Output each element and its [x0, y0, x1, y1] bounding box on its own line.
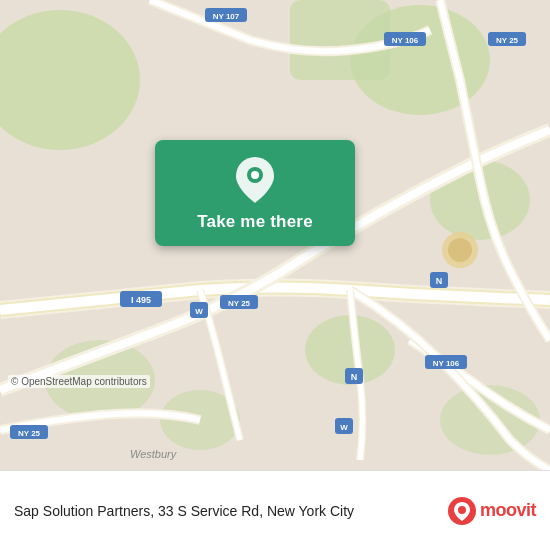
- svg-text:W: W: [195, 307, 203, 316]
- svg-text:NY 25: NY 25: [496, 36, 519, 45]
- svg-text:NY 107: NY 107: [213, 12, 240, 21]
- location-pin-icon: [233, 158, 277, 202]
- svg-text:N: N: [351, 372, 358, 382]
- cta-button-label: Take me there: [197, 212, 313, 232]
- take-me-there-button[interactable]: Take me there: [155, 140, 355, 246]
- svg-point-33: [448, 238, 472, 262]
- svg-text:NY 25: NY 25: [228, 299, 251, 308]
- svg-point-37: [458, 506, 466, 514]
- osm-attribution: © OpenStreetMap contributors: [8, 375, 150, 388]
- svg-text:NY 25: NY 25: [18, 429, 41, 438]
- svg-text:W: W: [340, 423, 348, 432]
- svg-point-35: [251, 171, 259, 179]
- svg-text:NY 106: NY 106: [433, 359, 460, 368]
- svg-rect-4: [290, 0, 390, 80]
- map-container: I 495 NY 25 NY 107 NY 106 NY 106 NY 25 N…: [0, 0, 550, 470]
- svg-text:NY 106: NY 106: [392, 36, 419, 45]
- moovit-icon: [448, 497, 476, 525]
- moovit-label: moovit: [480, 500, 536, 521]
- info-bar: Sap Solution Partners, 33 S Service Rd, …: [0, 470, 550, 550]
- svg-text:N: N: [436, 276, 443, 286]
- svg-text:I 495: I 495: [131, 295, 151, 305]
- address-label: Sap Solution Partners, 33 S Service Rd, …: [14, 503, 354, 519]
- svg-text:Westbury: Westbury: [130, 448, 178, 460]
- address-text: Sap Solution Partners, 33 S Service Rd, …: [14, 502, 448, 520]
- moovit-logo: moovit: [448, 497, 536, 525]
